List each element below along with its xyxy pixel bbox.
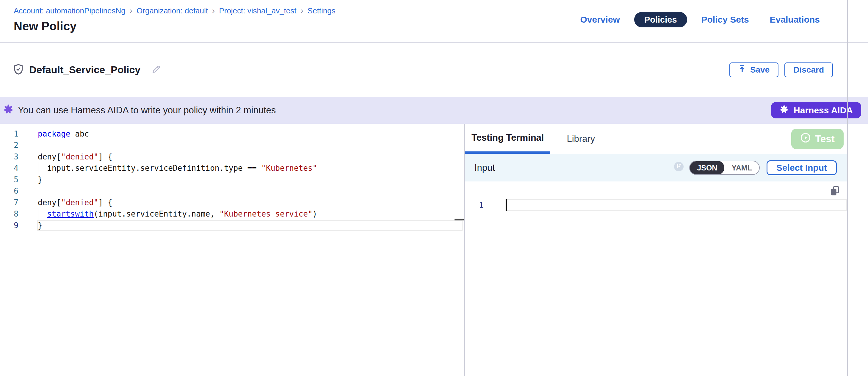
input-label: Input [474,162,495,173]
discard-label: Discard [793,65,824,75]
tab-policies[interactable]: Policies [634,12,687,27]
aida-flower-icon [779,104,789,116]
page-header: Account: automationPipelinesNg › Organiz… [0,0,868,43]
testing-panel: Testing Terminal Library Test Input [465,124,847,376]
line-number: 3 [0,151,19,163]
policy-studio-page: Account: automationPipelinesNg › Organiz… [0,0,868,376]
policy-title-bar: Default_Service_Policy Save Discard [0,43,868,97]
aida-flower-icon [3,104,14,117]
module-nav: Overview Policies Policy Sets Evaluation… [574,12,826,27]
line-number: 9 [0,220,19,231]
tab-testing-terminal[interactable]: Testing Terminal [465,124,550,154]
aida-banner-message: You can use Harness AIDA to write your p… [18,105,276,116]
page-edge-line [847,0,848,376]
line-number: 7 [0,197,19,209]
input-line-number: 1 [465,199,484,211]
input-toolbar: Input JSON YAML Select Inpu [465,154,847,182]
policy-code-editor[interactable]: 1package abc23deny["denied"] {4 input.se… [0,124,464,376]
breadcrumb-project[interactable]: Project: vishal_av_test [219,6,296,15]
breadcrumb-organization[interactable]: Organization: default [136,6,208,15]
tab-overview[interactable]: Overview [574,14,626,25]
test-button[interactable]: Test [791,129,844,149]
code-line: 8 startswith(input.serviceEntity.name, "… [0,208,464,220]
shield-check-icon [14,64,23,77]
test-button-label: Test [815,133,834,145]
breadcrumb-account[interactable]: Account: automationPipelinesNg [14,6,126,15]
save-label: Save [750,65,770,75]
line-number: 8 [0,208,19,220]
copy-icon[interactable] [830,186,840,198]
breadcrumb-settings[interactable]: Settings [308,6,336,15]
code-line: 3deny["denied"] { [0,151,464,163]
code-line: 4 input.serviceEntity.serviceDefinition.… [0,162,464,174]
line-number: 5 [0,174,19,186]
code-text: deny["denied"] { [38,151,112,163]
page-title: New Policy [14,20,336,33]
aida-button-label: Harness AIDA [794,105,853,116]
save-button[interactable]: Save [730,62,778,77]
upload-icon [738,65,746,75]
code-line: 5} [0,174,464,186]
line-number: 4 [0,162,19,174]
chevron-right-icon: › [130,6,132,15]
current-line-highlight [37,220,463,231]
code-line: 1package abc [0,128,464,140]
discard-button[interactable]: Discard [784,62,833,77]
branch-circle-icon[interactable] [674,161,684,174]
code-text: deny["denied"] { [38,197,112,209]
breadcrumb: Account: automationPipelinesNg › Organiz… [14,6,336,15]
line-number: 1 [0,128,19,140]
code-text: input.serviceEntity.serviceDefinition.ty… [38,162,317,174]
policy-editor-lines: 1package abc23deny["denied"] {4 input.se… [0,128,464,231]
code-text: } [38,174,42,186]
aida-banner: You can use Harness AIDA to write your p… [0,97,868,124]
code-text: startswith(input.serviceEntity.name, "Ku… [38,208,317,220]
line-number: 2 [0,139,19,151]
code-line: 6 [0,185,464,197]
edit-pencil-icon[interactable] [152,65,161,76]
play-circle-icon [800,132,811,146]
overview-ruler-cursor-marker [455,219,464,220]
tab-evaluations[interactable]: Evaluations [763,14,826,25]
terminal-tabs: Testing Terminal Library Test [465,124,847,154]
select-input-button[interactable]: Select Input [767,160,837,175]
test-input-editor[interactable]: 1 [465,182,847,376]
tab-library[interactable]: Library [560,124,601,154]
current-line-highlight [505,199,847,211]
text-cursor [506,199,507,211]
format-toggle: JSON YAML [689,161,760,175]
code-text: package abc [38,128,89,140]
policy-name: Default_Service_Policy [29,64,141,75]
code-line: 2 [0,139,464,151]
chevron-right-icon: › [301,6,303,15]
chevron-right-icon: › [212,6,215,15]
toggle-json[interactable]: JSON [690,161,724,175]
code-line: 7deny["denied"] { [0,197,464,209]
toggle-yaml[interactable]: YAML [724,161,759,175]
line-number: 6 [0,185,19,197]
tab-policy-sets[interactable]: Policy Sets [695,14,755,25]
